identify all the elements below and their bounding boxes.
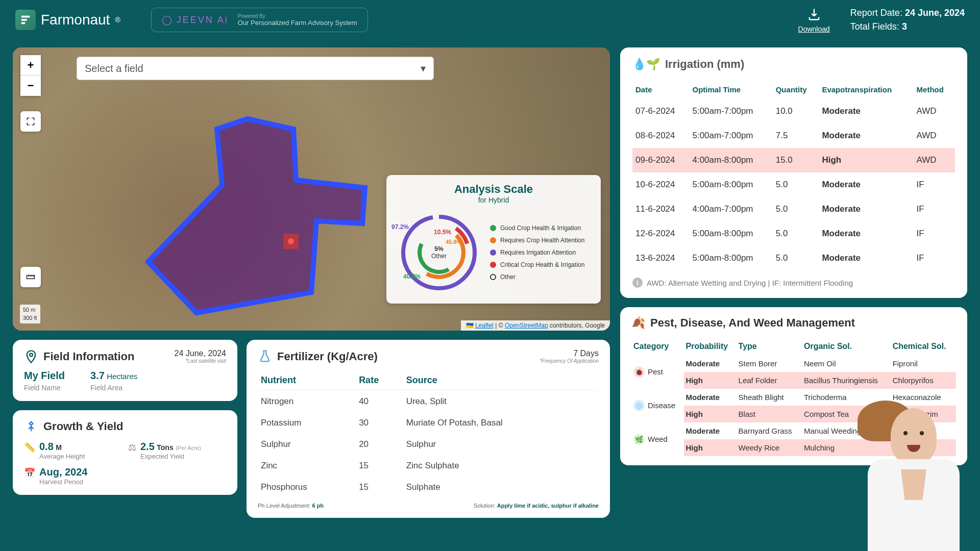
field-map[interactable]: + − Select a field ▾ Analysis Scale for … — [13, 47, 610, 331]
table-row: 10-6-20245:00am-8:00pm5.0ModerateIF — [632, 172, 955, 197]
map-scale: 50 m 300 ft — [20, 305, 40, 323]
legend-item: Critical Crop Health & Irrigation — [490, 261, 584, 268]
table-row: ❄️DiseaseModerateSheath BlightTrichoderm… — [631, 389, 956, 406]
ruler-icon: 📏 — [24, 442, 35, 460]
info-icon: i — [632, 278, 643, 288]
table-row: 🐞PestModerateStem BorerNeem OilFipronil — [631, 355, 956, 372]
calendar-icon: 📅 — [24, 467, 35, 486]
pin-icon — [24, 349, 38, 364]
zoom-controls: + − — [20, 55, 41, 96]
table-row: Potassium30Muriate Of Potash, Basal — [259, 413, 598, 433]
table-row: 09-6-20244:00am-8:00pm15.0HighAWD — [632, 148, 955, 172]
zoom-out-button[interactable]: − — [20, 76, 41, 96]
field-info-card: Field Information 24 June, 2024 *Last sa… — [13, 340, 237, 401]
table-row: 12-6-20245:00am-8:00pm5.0ModerateIF — [632, 221, 955, 246]
irrigation-table: Date Optimal Time Quantity Evapotranspir… — [632, 80, 955, 270]
field-name-value: My Field — [24, 370, 65, 382]
legend-item: Good Crop Health & Irrigation — [490, 224, 584, 232]
table-row: Phosphorus15Sulphate — [259, 477, 598, 497]
powered-by-label: Powered By — [238, 13, 357, 19]
table-row: Sulphur20Sulphur — [259, 434, 598, 455]
brand-logo: Farmonaut® — [15, 10, 120, 30]
osm-link[interactable]: OpenStreetMap — [505, 322, 548, 329]
table-row: 11-6-20244:00am-7:00pm5.0ModerateIF — [632, 197, 955, 221]
svg-point-2 — [288, 238, 294, 244]
leaflet-link[interactable]: Leaflet — [475, 322, 494, 329]
presenter-avatar — [863, 408, 965, 551]
analysis-subtitle: for Hybrid — [396, 196, 592, 204]
legend-item: Requires Crop Health Attention — [490, 237, 584, 244]
leaf-icon: 🍂 — [631, 316, 645, 330]
chevron-down-icon: ▾ — [421, 62, 426, 74]
app-header: Farmonaut® ◯ JEEVN Ai Powered By Our Per… — [0, 0, 980, 40]
irrigation-icon: 💧🌱 — [632, 58, 660, 71]
table-row: Nitrogen40Urea, Split — [259, 391, 598, 412]
table-row: 13-6-20245:00am-8:00pm5.0ModerateIF — [632, 246, 955, 270]
svg-point-7 — [30, 353, 33, 356]
growth-icon — [24, 419, 38, 434]
legend-item: Other — [490, 273, 584, 281]
flask-icon — [258, 349, 272, 364]
table-row: 07-6-20245:00am-7:00pm10.0ModerateAWD — [632, 99, 955, 123]
field-polygon — [145, 114, 396, 318]
report-info: Report Date: 24 June, 2024 Total Fields:… — [850, 6, 965, 34]
jeevn-badge: ◯ JEEVN Ai Powered By Our Personalized F… — [151, 8, 368, 32]
analysis-donut-chart: 5% Other 97.2% 10.5% 45.8% 40.8% — [396, 209, 482, 296]
ruler-button[interactable] — [20, 267, 41, 287]
legend-item: Requires Irrigation Attention — [490, 249, 584, 256]
weight-icon: ⚖ — [128, 442, 136, 460]
analysis-title: Analysis Scale — [396, 183, 592, 196]
table-row: Zinc15Zinc Sulphate — [259, 456, 598, 476]
analysis-legend: Good Crop Health & IrrigationRequires Cr… — [490, 224, 584, 281]
download-button[interactable]: Download — [798, 7, 830, 33]
field-select-dropdown[interactable]: Select a field ▾ — [77, 57, 434, 80]
download-icon — [807, 7, 821, 21]
table-row: 08-6-20245:00am-7:00pm7.5ModerateAWD — [632, 123, 955, 148]
fertilizer-table: Nutrient Rate Source Nitrogen40Urea, Spl… — [258, 370, 599, 498]
jeevn-logo: ◯ JEEVN Ai — [162, 14, 229, 26]
analysis-scale-card: Analysis Scale for Hybrid 5% Other — [386, 175, 601, 304]
fertilizer-card: Fertilizer (Kg/Acre) 7 Days *Frequency O… — [247, 340, 610, 518]
map-attribution: 🇺🇦 Leaflet | © OpenStreetMap contributor… — [461, 320, 610, 331]
logo-icon — [15, 10, 36, 30]
irrigation-card: 💧🌱 Irrigation (mm) Date Optimal Time Qua… — [620, 47, 967, 298]
powered-by-text: Our Personalized Farm Advisory System — [238, 19, 357, 27]
growth-yield-card: Growth & Yield 📏 0.8 M Average Height ⚖ — [13, 410, 237, 495]
fullscreen-button[interactable] — [20, 111, 41, 132]
zoom-in-button[interactable]: + — [20, 55, 41, 76]
